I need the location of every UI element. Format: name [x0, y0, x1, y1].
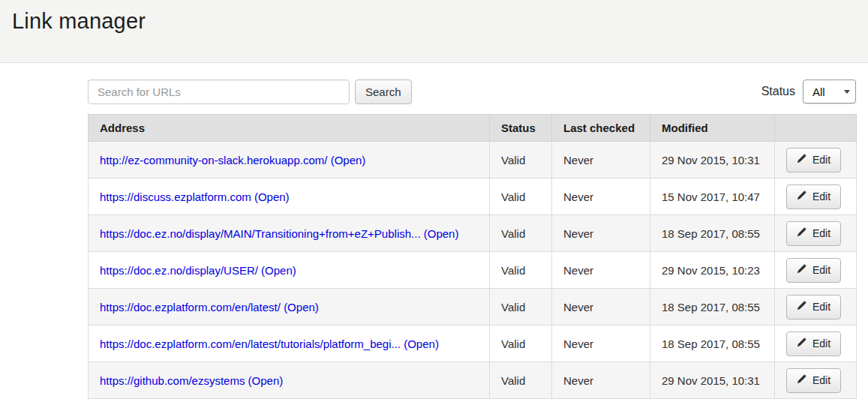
- edit-button[interactable]: Edit: [786, 295, 841, 320]
- table-row: http://ez-community-on-slack.herokuapp.c…: [89, 142, 857, 178]
- url-link[interactable]: https://doc.ezplatform.com/en/latest/: [100, 301, 281, 314]
- pencil-icon: [797, 227, 806, 239]
- column-header-last-checked: Last checked: [552, 115, 650, 142]
- address-cell: https://doc.ez.no/display/USER/ (Open): [89, 252, 490, 289]
- edit-button-label: Edit: [812, 154, 830, 166]
- last-checked-cell: Never: [552, 252, 650, 289]
- url-link[interactable]: https://github.com/ezsystems: [100, 374, 245, 387]
- main-content: Search Status All Address Status Last ch…: [88, 63, 856, 399]
- address-cell: https://github.com/ezsystems (Open): [89, 362, 490, 399]
- edit-button[interactable]: Edit: [786, 184, 841, 209]
- url-link[interactable]: https://doc.ez.no/display/USER/: [100, 264, 258, 277]
- table-row: https://doc.ezplatform.com/en/latest/tut…: [89, 326, 857, 362]
- edit-button[interactable]: Edit: [786, 148, 841, 172]
- edit-button-label: Edit: [812, 301, 830, 313]
- status-cell: Valid: [490, 142, 552, 178]
- address-cell: https://doc.ezplatform.com/en/latest/tut…: [89, 326, 490, 362]
- toolbar: Search Status All: [88, 79, 856, 104]
- url-link[interactable]: https://doc.ez.no/display/MAIN/Transitio…: [100, 227, 421, 240]
- status-filter-group: Status All: [761, 80, 856, 104]
- last-checked-cell: Never: [552, 142, 650, 178]
- modified-cell: 29 Nov 2015, 10:31: [650, 362, 775, 399]
- pencil-icon: [797, 264, 806, 276]
- open-link[interactable]: (Open): [424, 227, 459, 240]
- status-cell: Valid: [490, 289, 552, 326]
- actions-cell: Edit: [775, 289, 857, 326]
- pencil-icon: [797, 154, 806, 166]
- column-header-modified: Modified: [650, 115, 775, 142]
- pencil-icon: [797, 374, 806, 386]
- modified-cell: 18 Sep 2017, 08:55: [650, 289, 775, 326]
- address-cell: https://discuss.ezplatform.com (Open): [89, 178, 490, 215]
- pencil-icon: [797, 301, 806, 313]
- edit-button[interactable]: Edit: [786, 221, 841, 246]
- status-cell: Valid: [490, 362, 552, 399]
- table-row: https://github.com/ezsystems (Open) Vali…: [89, 362, 857, 399]
- open-link[interactable]: (Open): [261, 264, 296, 277]
- edit-button-label: Edit: [812, 190, 830, 202]
- modified-cell: 18 Sep 2017, 08:55: [650, 215, 775, 252]
- table-row: https://doc.ezplatform.com/en/latest/ (O…: [89, 289, 857, 326]
- chevron-down-icon: [844, 90, 850, 94]
- edit-button[interactable]: Edit: [786, 368, 841, 393]
- edit-button[interactable]: Edit: [786, 258, 841, 283]
- table-header-row: Address Status Last checked Modified: [89, 115, 857, 142]
- table-row: https://discuss.ezplatform.com (Open) Va…: [89, 178, 857, 215]
- modified-cell: 15 Nov 2017, 10:47: [650, 178, 775, 215]
- actions-cell: Edit: [775, 142, 857, 178]
- last-checked-cell: Never: [552, 178, 650, 215]
- url-link[interactable]: http://ez-community-on-slack.herokuapp.c…: [100, 154, 327, 166]
- last-checked-cell: Never: [552, 326, 650, 362]
- url-link[interactable]: https://doc.ezplatform.com/en/latest/tut…: [100, 338, 401, 350]
- pencil-icon: [797, 338, 806, 350]
- modified-cell: 29 Nov 2015, 10:31: [650, 142, 775, 178]
- links-table: Address Status Last checked Modified htt…: [88, 114, 857, 399]
- actions-cell: Edit: [775, 178, 857, 215]
- status-cell: Valid: [490, 252, 552, 289]
- open-link[interactable]: (Open): [284, 301, 319, 314]
- actions-cell: Edit: [775, 252, 857, 289]
- status-filter-label: Status: [761, 85, 795, 98]
- status-cell: Valid: [490, 178, 552, 215]
- status-cell: Valid: [490, 215, 552, 252]
- actions-cell: Edit: [775, 326, 857, 362]
- edit-button-label: Edit: [812, 338, 830, 350]
- modified-cell: 29 Nov 2015, 10:23: [650, 252, 775, 289]
- edit-button-label: Edit: [812, 227, 830, 239]
- table-row: https://doc.ez.no/display/MAIN/Transitio…: [89, 215, 857, 252]
- open-link[interactable]: (Open): [254, 190, 290, 203]
- status-filter-value: All: [812, 86, 825, 98]
- last-checked-cell: Never: [552, 289, 650, 326]
- open-link[interactable]: (Open): [248, 374, 284, 387]
- modified-cell: 18 Sep 2017, 08:55: [650, 326, 775, 362]
- actions-cell: Edit: [775, 362, 857, 399]
- url-link[interactable]: https://discuss.ezplatform.com: [100, 190, 251, 203]
- column-header-status: Status: [490, 115, 552, 142]
- open-link[interactable]: (Open): [331, 154, 366, 166]
- address-cell: http://ez-community-on-slack.herokuapp.c…: [89, 142, 490, 178]
- pencil-icon: [797, 190, 806, 202]
- search-button[interactable]: Search: [355, 80, 412, 104]
- last-checked-cell: Never: [552, 362, 650, 399]
- address-cell: https://doc.ez.no/display/MAIN/Transitio…: [89, 215, 490, 252]
- actions-cell: Edit: [775, 215, 857, 252]
- page-title: Link manager: [12, 9, 856, 34]
- title-band: Link manager: [0, 0, 868, 63]
- last-checked-cell: Never: [552, 215, 650, 252]
- edit-button-label: Edit: [812, 264, 830, 276]
- status-cell: Valid: [490, 326, 552, 362]
- edit-button-label: Edit: [812, 374, 830, 386]
- open-link[interactable]: (Open): [404, 338, 439, 350]
- column-header-address: Address: [89, 115, 490, 142]
- edit-button[interactable]: Edit: [786, 332, 841, 356]
- table-row: https://doc.ez.no/display/USER/ (Open) V…: [89, 252, 857, 289]
- search-input[interactable]: [88, 80, 350, 104]
- address-cell: https://doc.ezplatform.com/en/latest/ (O…: [89, 289, 490, 326]
- status-filter-select[interactable]: All: [803, 80, 856, 104]
- column-header-actions: [775, 115, 857, 142]
